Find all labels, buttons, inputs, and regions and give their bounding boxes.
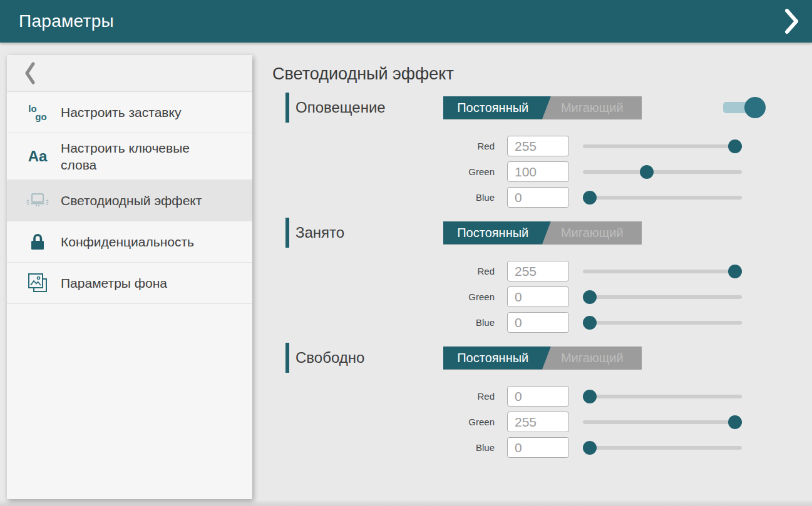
led-section-free: Свободно Постоянный Мигающий Red <box>272 343 812 460</box>
channel-label: Red <box>272 266 495 276</box>
slider-thumb[interactable] <box>728 415 742 429</box>
slider-thumb[interactable] <box>583 316 597 330</box>
collapse-panel-chevron-icon[interactable] <box>784 9 799 34</box>
blue-slider[interactable] <box>583 191 742 205</box>
red-value-input[interactable] <box>507 261 569 281</box>
slider-track <box>583 446 742 450</box>
channel-label: Green <box>272 417 495 427</box>
segment-blinking[interactable]: Мигающий <box>543 347 642 370</box>
mode-segmented-control: Постоянный Мигающий <box>443 221 642 245</box>
green-slider[interactable] <box>583 415 742 429</box>
section-title: Свободно <box>296 349 443 367</box>
green-value-input[interactable] <box>507 286 569 307</box>
channel-row-red: Red <box>272 258 812 284</box>
channel-row-green: Green <box>272 284 812 310</box>
content-title: Светодиодный эффект <box>272 63 812 84</box>
segment-blinking[interactable]: Мигающий <box>543 96 642 119</box>
channel-row-blue: Blue <box>272 435 812 460</box>
sidebar-back-button[interactable] <box>7 55 252 92</box>
segment-constant[interactable]: Постоянный <box>443 221 543 245</box>
channel-label: Blue <box>272 442 495 453</box>
section-title: Оповещение <box>296 99 443 116</box>
channel-row-blue: Blue <box>272 310 812 335</box>
channel-label: Red <box>272 391 495 402</box>
sidebar-item-label: Настроить заставку <box>61 104 181 121</box>
slider-thumb[interactable] <box>728 265 742 278</box>
mode-segmented-control: Постоянный Мигающий <box>443 347 642 370</box>
led-screen-icon <box>23 193 52 209</box>
page-title: Параметры <box>19 11 114 31</box>
lock-icon <box>23 233 52 251</box>
channel-row-red: Red <box>272 383 812 409</box>
red-value-input[interactable] <box>507 136 569 156</box>
green-value-input[interactable] <box>507 161 569 182</box>
blue-slider[interactable] <box>583 441 742 455</box>
slider-thumb[interactable] <box>583 390 597 403</box>
led-section-notification: Оповещение Постоянный Мигающий Red <box>272 93 812 210</box>
slider-track <box>583 420 742 424</box>
slider-track <box>583 270 742 273</box>
toggle-knob <box>744 97 766 118</box>
slider-track <box>583 395 742 398</box>
sidebar-item-label: Светодиодный эффект <box>61 192 202 209</box>
sidebar-item-screensaver[interactable]: logo Настроить заставку <box>7 92 252 133</box>
led-section-busy: Занято Постоянный Мигающий Red <box>272 218 812 335</box>
keywords-icon: Aa <box>23 148 52 165</box>
red-value-input[interactable] <box>507 386 569 407</box>
green-value-input[interactable] <box>507 412 569 432</box>
channel-row-blue: Blue <box>272 185 812 210</box>
segment-blinking[interactable]: Мигающий <box>543 221 642 245</box>
section-accent-bar <box>285 93 289 123</box>
mode-segmented-control: Постоянный Мигающий <box>443 96 642 119</box>
channel-label: Green <box>272 166 495 177</box>
slider-track <box>583 321 742 325</box>
channel-label: Blue <box>272 317 495 328</box>
main-content: Светодиодный эффект Оповещение Постоянны… <box>272 43 812 468</box>
section-accent-bar <box>285 218 289 248</box>
sidebar-item-label: Конфиденциальность <box>61 233 194 250</box>
channel-row-green: Green <box>272 409 812 435</box>
slider-thumb[interactable] <box>640 165 654 179</box>
sidebar-item-background[interactable]: Параметры фона <box>7 263 252 304</box>
blue-value-input[interactable] <box>507 437 569 458</box>
slider-track <box>583 295 742 299</box>
channel-label: Green <box>272 291 495 302</box>
section-accent-bar <box>285 343 289 373</box>
red-slider[interactable] <box>583 139 742 153</box>
back-chevron-icon <box>24 62 36 84</box>
green-slider[interactable] <box>583 165 742 179</box>
slider-thumb[interactable] <box>583 191 597 205</box>
logo-icon: logo <box>23 104 52 121</box>
channel-row-green: Green <box>272 159 812 185</box>
channel-label: Blue <box>272 192 495 203</box>
channel-label: Red <box>272 141 495 151</box>
sidebar-item-led-effect[interactable]: Светодиодный эффект <box>7 180 252 221</box>
section-title: Занято <box>296 224 443 241</box>
segment-constant[interactable]: Постоянный <box>443 347 543 370</box>
segment-constant[interactable]: Постоянный <box>443 96 543 119</box>
sidebar-item-privacy[interactable]: Конфиденциальность <box>7 221 252 263</box>
red-slider[interactable] <box>583 265 742 278</box>
slider-thumb[interactable] <box>583 290 597 304</box>
channel-row-red: Red <box>272 133 812 159</box>
app-header: Параметры <box>0 0 812 43</box>
slider-track <box>583 170 742 174</box>
blue-value-input[interactable] <box>507 312 569 333</box>
slider-thumb[interactable] <box>583 441 597 455</box>
notification-enable-toggle[interactable] <box>723 96 766 119</box>
sidebar: logo Настроить заставку Aa Настроить клю… <box>7 55 252 499</box>
sidebar-item-label: Параметры фона <box>61 275 167 291</box>
bottom-edge-shadow <box>0 500 812 506</box>
slider-track <box>583 196 742 200</box>
green-slider[interactable] <box>583 290 742 304</box>
sidebar-item-keywords[interactable]: Aa Настроить ключевые слова <box>7 133 252 180</box>
slider-thumb[interactable] <box>728 139 742 153</box>
blue-slider[interactable] <box>583 316 742 330</box>
red-slider[interactable] <box>583 390 742 403</box>
background-images-icon <box>23 273 52 293</box>
blue-value-input[interactable] <box>507 187 569 208</box>
slider-track <box>583 144 742 148</box>
sidebar-item-label: Настроить ключевые слова <box>61 139 220 173</box>
settings-app: Параметры logo Настроить заставку Aa Нас… <box>0 0 812 506</box>
